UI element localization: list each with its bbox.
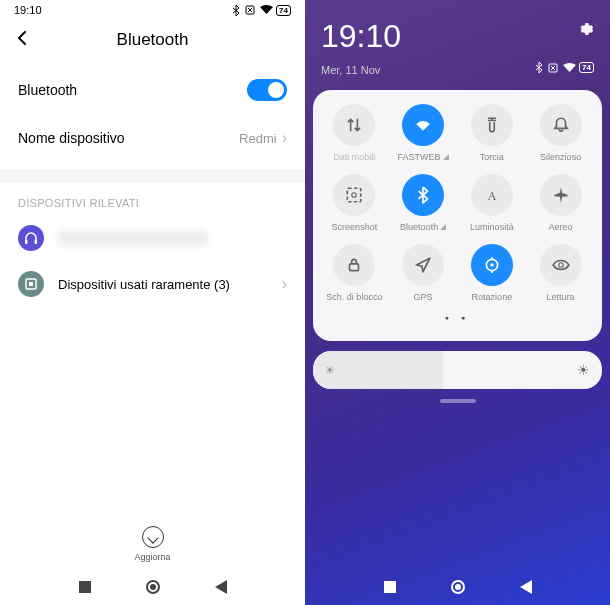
header: Bluetooth <box>0 20 305 65</box>
status-icons: 74 <box>232 5 291 16</box>
device-name-blurred <box>58 230 208 246</box>
chevron-right-icon: › <box>282 129 287 147</box>
wifi-icon <box>402 104 444 146</box>
bluetooth-label: Bluetooth <box>18 82 77 98</box>
qs-tile-bell[interactable]: Silenzioso <box>529 104 592 162</box>
qs-label: Screenshot <box>332 222 378 232</box>
svg-rect-2 <box>35 240 38 244</box>
qs-label: Luminosità <box>470 222 514 232</box>
eye-icon <box>540 244 582 286</box>
qs-label: FASTWEB <box>398 152 449 162</box>
refresh-label: Aggiorna <box>0 552 305 562</box>
detected-devices-header: DISPOSITIVI RILEVATI <box>0 191 305 215</box>
wifi-status-icon <box>260 5 273 15</box>
qs-tile-airplane[interactable]: Aereo <box>529 174 592 232</box>
back-icon[interactable] <box>14 28 30 51</box>
qs-tile-wifi[interactable]: FASTWEB <box>392 104 455 162</box>
vibrate-icon <box>243 5 257 15</box>
qs-label: Torcia <box>480 152 504 162</box>
device-name-label: Nome dispositivo <box>18 130 125 146</box>
svg-point-11 <box>490 263 493 266</box>
notification-header: 19:10 Mer, 11 Nov 74 <box>305 0 610 80</box>
gear-icon[interactable] <box>576 20 594 38</box>
status-icons-right: 74 <box>535 62 594 73</box>
brightness-icon: A <box>471 174 513 216</box>
brightness-high-icon: ☀ <box>577 362 590 378</box>
qs-label: Silenzioso <box>540 152 581 162</box>
nav-bar <box>0 569 305 605</box>
nav-home[interactable] <box>451 580 465 594</box>
wifi-status-icon <box>563 63 576 73</box>
qs-tile-bluetooth[interactable]: Bluetooth <box>392 174 455 232</box>
nav-recents[interactable] <box>79 581 91 593</box>
data-icon <box>333 104 375 146</box>
qs-tile-rotation[interactable]: Rotazione <box>461 244 524 302</box>
qs-tile-gps[interactable]: GPS <box>392 244 455 302</box>
page-title: Bluetooth <box>117 30 189 50</box>
svg-rect-4 <box>29 282 33 286</box>
page-indicator: ● ● <box>323 314 592 321</box>
svg-point-12 <box>558 263 563 268</box>
qs-tile-lock[interactable]: Sch. di blocco <box>323 244 386 302</box>
rare-devices-label: Dispositivi usati raramente (3) <box>58 277 268 292</box>
device-name-value: Redmi <box>239 131 277 146</box>
quick-settings-panel: Dati mobiliFASTWEBTorciaSilenziosoScreen… <box>313 90 602 341</box>
bluetooth-status-icon <box>232 5 240 16</box>
svg-point-7 <box>352 193 357 198</box>
headphones-icon <box>18 225 44 251</box>
drag-handle[interactable] <box>440 399 476 403</box>
chevron-right-icon: › <box>282 275 287 293</box>
status-bar: 19:10 74 <box>0 0 305 20</box>
brightness-slider[interactable]: ☀ ☀ <box>313 351 602 389</box>
qs-label: Dati mobili <box>333 152 375 162</box>
airplane-icon <box>540 174 582 216</box>
bell-icon <box>540 104 582 146</box>
nav-home[interactable] <box>146 580 160 594</box>
detected-device-row[interactable] <box>0 215 305 261</box>
svg-rect-6 <box>348 188 362 202</box>
qs-tile-brightness[interactable]: ALuminosità <box>461 174 524 232</box>
clock: 19:10 <box>321 20 401 52</box>
divider <box>0 169 305 183</box>
screenshot-icon <box>333 174 375 216</box>
qs-label: Aereo <box>549 222 573 232</box>
lock-icon <box>333 244 375 286</box>
brightness-low-icon: ☀ <box>325 364 335 377</box>
qs-label: Lettura <box>547 292 575 302</box>
date: Mer, 11 Nov <box>321 64 380 76</box>
rotation-icon <box>471 244 513 286</box>
gps-icon <box>402 244 444 286</box>
refresh-icon <box>142 526 164 548</box>
qs-tile-torch[interactable]: Torcia <box>461 104 524 162</box>
qs-label: Sch. di blocco <box>326 292 382 302</box>
bluetooth-toggle[interactable] <box>247 79 287 101</box>
nav-recents[interactable] <box>384 581 396 593</box>
qs-tile-screenshot[interactable]: Screenshot <box>323 174 386 232</box>
svg-text:A: A <box>487 189 496 203</box>
qs-label: GPS <box>414 292 433 302</box>
battery-badge: 74 <box>276 5 291 16</box>
rare-devices-row[interactable]: Dispositivi usati raramente (3) › <box>0 261 305 307</box>
nav-back[interactable] <box>215 580 227 594</box>
qs-label: Rotazione <box>472 292 513 302</box>
qs-label: Bluetooth <box>400 222 446 232</box>
qs-tile-data[interactable]: Dati mobili <box>323 104 386 162</box>
svg-rect-1 <box>25 240 28 244</box>
refresh-button[interactable]: Aggiorna <box>0 526 305 562</box>
nav-bar <box>305 569 610 605</box>
svg-rect-9 <box>350 264 359 271</box>
bluetooth-status-icon <box>535 62 543 73</box>
bluetooth-icon <box>402 174 444 216</box>
nav-back[interactable] <box>520 580 532 594</box>
device-name-row[interactable]: Nome dispositivo Redmi › <box>0 115 305 161</box>
vibrate-icon <box>546 63 560 73</box>
torch-icon <box>471 104 513 146</box>
status-time: 19:10 <box>14 4 42 16</box>
qs-tile-eye[interactable]: Lettura <box>529 244 592 302</box>
bluetooth-toggle-row[interactable]: Bluetooth <box>0 65 305 115</box>
battery-badge: 74 <box>579 62 594 73</box>
rare-devices-icon <box>18 271 44 297</box>
